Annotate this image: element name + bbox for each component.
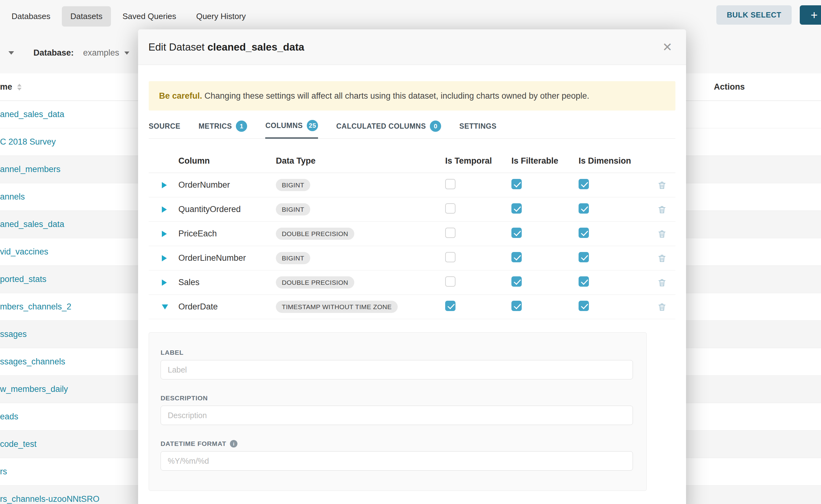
is-temporal-checkbox[interactable] xyxy=(445,203,456,214)
is-dimension-checkbox[interactable] xyxy=(579,203,589,214)
dropdown-caret-icon[interactable] xyxy=(8,51,14,55)
is-dimension-checkbox[interactable] xyxy=(579,228,589,238)
nav-tab-query-history[interactable]: Query History xyxy=(188,6,254,27)
dataset-link[interactable]: rs_channels-uzooNNtSRO xyxy=(0,494,99,504)
nav-tab-datasets[interactable]: Datasets xyxy=(62,6,111,27)
is-temporal-checkbox[interactable] xyxy=(445,228,456,238)
is-filterable-checkbox[interactable] xyxy=(512,276,522,287)
column-name: PriceEach xyxy=(178,229,276,239)
modal-tab[interactable]: COLUMNS 25 xyxy=(265,120,318,139)
modal-tab[interactable]: METRICS 1 xyxy=(198,120,247,139)
nav-tab-databases[interactable]: Databases xyxy=(3,6,59,27)
actions-column-header: Actions xyxy=(714,82,745,92)
info-icon[interactable]: i xyxy=(230,440,237,447)
label-field-label: LABEL xyxy=(161,349,646,356)
is-temporal-checkbox[interactable] xyxy=(445,252,456,262)
is-temporal-checkbox[interactable] xyxy=(445,276,456,287)
is-dimension-checkbox[interactable] xyxy=(579,276,589,287)
dataset-link[interactable]: rs xyxy=(0,467,7,477)
dataset-link[interactable]: ported_stats xyxy=(0,274,47,284)
delete-icon[interactable] xyxy=(657,229,667,239)
dataset-link[interactable]: annel_members xyxy=(0,165,61,174)
modal-tabs: SOURCE METRICS 1 COLUMNS 25 CALCULATED C… xyxy=(149,120,675,139)
dataset-link[interactable]: eads xyxy=(0,412,18,422)
data-type-badge: BIGINT xyxy=(276,179,310,191)
modal-tab-count-badge: 1 xyxy=(236,121,247,132)
column-row: OrderLineNumber BIGINT xyxy=(149,246,675,270)
is-filterable-checkbox[interactable] xyxy=(512,179,522,189)
expand-caret-icon[interactable] xyxy=(162,304,168,309)
dataset-link[interactable]: aned_sales_data xyxy=(0,110,64,119)
delete-icon[interactable] xyxy=(657,180,667,190)
dataset-link[interactable]: ssages xyxy=(0,329,27,339)
is-temporal-checkbox[interactable] xyxy=(445,179,456,189)
expand-caret-icon[interactable] xyxy=(162,231,167,237)
dataset-link[interactable]: mbers_channels_2 xyxy=(0,302,71,312)
close-icon[interactable]: ✕ xyxy=(662,41,672,53)
is-filterable-checkbox[interactable] xyxy=(512,301,522,311)
dataset-link[interactable]: aned_sales_data xyxy=(0,220,64,229)
sort-icon[interactable] xyxy=(17,84,22,91)
modal-tab-label: SETTINGS xyxy=(459,122,497,131)
modal-tab[interactable]: SOURCE xyxy=(149,120,180,139)
delete-icon[interactable] xyxy=(657,205,667,214)
dataset-link[interactable]: C 2018 Survey xyxy=(0,137,56,147)
warning-banner-bold: Be careful. xyxy=(159,91,202,101)
delete-icon[interactable] xyxy=(657,278,667,287)
data-type-badge: BIGINT xyxy=(276,252,310,264)
data-type-badge: TIMESTAMP WITHOUT TIME ZONE xyxy=(276,301,398,313)
name-column-header[interactable]: me xyxy=(0,82,12,92)
modal-header: Edit Dataset cleaned_sales_data ✕ xyxy=(138,29,686,65)
modal-tab-count-badge: 0 xyxy=(430,121,441,132)
is-temporal-header: Is Temporal xyxy=(445,156,512,166)
dataset-link[interactable]: code_test xyxy=(0,439,37,449)
expand-caret-icon[interactable] xyxy=(162,182,167,188)
delete-icon[interactable] xyxy=(657,302,667,312)
delete-icon[interactable] xyxy=(657,254,667,263)
data-type-badge: DOUBLE PRECISION xyxy=(276,228,354,240)
is-dimension-checkbox[interactable] xyxy=(579,301,589,311)
is-filterable-header: Is Filterable xyxy=(512,156,579,166)
modal-tab[interactable]: CALCULATED COLUMNS 0 xyxy=(336,120,441,139)
modal-tab[interactable]: SETTINGS xyxy=(459,120,497,139)
datetime-format-input[interactable] xyxy=(161,451,633,471)
description-field-label: DESCRIPTION xyxy=(161,394,646,402)
column-detail-panel: LABEL DESCRIPTION DATETIME FORMAT i xyxy=(149,332,647,491)
database-select-caret-icon[interactable] xyxy=(124,52,129,55)
warning-banner: Be careful. Changing these settings will… xyxy=(149,81,675,111)
edit-dataset-modal: Edit Dataset cleaned_sales_data ✕ Be car… xyxy=(138,29,686,504)
nav-tab-saved-queries[interactable]: Saved Queries xyxy=(114,6,185,27)
is-filterable-checkbox[interactable] xyxy=(512,252,522,262)
description-input[interactable] xyxy=(161,406,633,425)
column-name: OrderNumber xyxy=(178,180,276,190)
is-dimension-checkbox[interactable] xyxy=(579,252,589,262)
dataset-link[interactable]: vid_vaccines xyxy=(0,247,48,257)
expand-caret-icon[interactable] xyxy=(162,206,167,213)
is-temporal-checkbox[interactable] xyxy=(445,301,456,311)
dataset-link[interactable]: w_members_daily xyxy=(0,384,68,394)
data-type-header: Data Type xyxy=(276,156,445,166)
column-name: OrderLineNumber xyxy=(178,253,276,263)
add-dataset-button[interactable]: + xyxy=(800,5,821,25)
data-type-badge: DOUBLE PRECISION xyxy=(276,276,354,289)
modal-title-prefix: Edit Dataset xyxy=(148,41,205,53)
modal-tab-count-badge: 25 xyxy=(307,120,318,131)
modal-title: Edit Dataset cleaned_sales_data xyxy=(148,41,304,53)
is-filterable-checkbox[interactable] xyxy=(512,228,522,238)
is-dimension-checkbox[interactable] xyxy=(579,179,589,189)
modal-tab-label: CALCULATED COLUMNS xyxy=(336,122,426,131)
dataset-link[interactable]: ssages_channels xyxy=(0,357,65,367)
expand-caret-icon[interactable] xyxy=(162,279,167,286)
label-input[interactable] xyxy=(161,360,633,379)
columns-rows: OrderNumber BIGINT QuantityOrdered BIGIN… xyxy=(149,173,675,319)
database-filter-value[interactable]: examples xyxy=(83,48,119,58)
expand-caret-icon[interactable] xyxy=(162,255,167,261)
is-dimension-header: Is Dimension xyxy=(579,156,646,166)
is-filterable-checkbox[interactable] xyxy=(512,203,522,214)
dataset-link[interactable]: annels xyxy=(0,192,25,202)
column-row: QuantityOrdered BIGINT xyxy=(149,197,675,222)
bulk-select-button[interactable]: BULK SELECT xyxy=(716,5,792,25)
warning-banner-text: Changing these settings will affect all … xyxy=(202,91,589,101)
column-row: OrderNumber BIGINT xyxy=(149,173,675,197)
plus-icon: + xyxy=(811,8,818,22)
